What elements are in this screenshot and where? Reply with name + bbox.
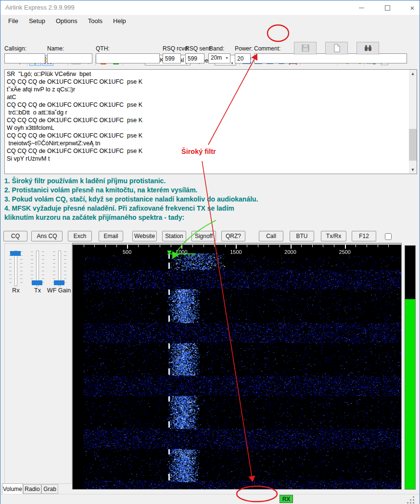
rx-line: tneiotwŞ~t©ČóNirt;erpnwtZ:veĄ tn [7, 140, 415, 148]
tx-slider-label: Tx [30, 287, 45, 294]
maximize-icon [385, 5, 390, 11]
rx-line: SR "Lgó; o□Pîük VCe6rw bpet [7, 71, 415, 78]
rx-line: CQ CQ CQ de OK1UFC OK1UFC OK1UFC pse K [7, 132, 415, 140]
find-callsign-button[interactable] [356, 42, 379, 54]
tab-grab[interactable]: Grab [41, 484, 58, 494]
comment-input[interactable] [254, 53, 407, 63]
save-qso-button[interactable] [294, 42, 317, 54]
binoculars-icon [364, 44, 372, 52]
scroll-up-icon[interactable]: ▲ [409, 70, 417, 77]
app-window: Airlink Express 2.9.9.999 × File Setup O… [0, 0, 420, 504]
save-icon [301, 44, 310, 52]
rx-line: trć□bDtt o att□tia˘dg r [7, 109, 415, 117]
level-meter-fill [405, 299, 415, 489]
menu-help[interactable]: Help [108, 15, 131, 27]
rx-scrollbar[interactable]: ▲ ▼ [409, 70, 417, 174]
minimize-button[interactable] [353, 0, 370, 15]
rx-text-area[interactable]: SR "Lgó; o□Pîük VCe6rw bpet CQ CQ CQ de … [4, 69, 417, 174]
macro-txrx-button[interactable]: Tx/Rx [321, 231, 346, 241]
wide-filter-annotation: Široký filtr [181, 148, 216, 155]
rx-line: CQ CQ CQ de OK1UFC OK1UFC OK1UFC pse K [7, 101, 415, 109]
resize-grip[interactable] [407, 496, 415, 504]
level-meter [405, 245, 416, 490]
rx-scrollbar-thumb[interactable] [409, 129, 417, 161]
macro-station-button[interactable]: Station [162, 231, 186, 241]
wf-gain-slider-handle[interactable] [54, 280, 64, 285]
name-input[interactable] [47, 53, 92, 63]
menu-setup[interactable]: Setup [24, 15, 51, 27]
callsign-input[interactable] [4, 53, 45, 63]
macro-signoff-button[interactable]: Signoff [191, 231, 216, 241]
maximize-button[interactable] [379, 0, 396, 15]
wf-gain-slider-label: WF Gain [46, 287, 72, 294]
status-bar: Freq: 997 Hz Mode: MFSK16 Filter: None A… [0, 494, 420, 504]
instruction-line: 2. Protistanici volám přesně na kmitočtu… [4, 186, 198, 195]
toolbar: ♫ TX RX Mode: MFSK Normal▼ Speed: [0, 27, 420, 41]
instruction-line: kliknutím kurzoru na začátek přijímaného… [4, 214, 184, 223]
macro-qrz-button[interactable]: QRZ? [221, 231, 245, 241]
name-label: Name: [47, 45, 64, 52]
qth-input[interactable] [96, 53, 160, 63]
macro-cq-button[interactable]: CQ [3, 231, 27, 241]
rx-slider-handle[interactable] [10, 251, 21, 256]
menu-bar: File Setup Options Tools Help [0, 15, 420, 27]
instruction-line: 3. Pokud volám CQ, stačí, když se protis… [4, 195, 258, 204]
qso-panel: Callsign: Name: QTH: RSQ rcvd: RSQ sent:… [0, 41, 420, 69]
band-select[interactable]: 20m▼ [208, 53, 230, 63]
rx-line: Si vpY rUżnvM t [7, 155, 415, 163]
rx-line: atC [7, 94, 415, 101]
macro-website-button[interactable]: Website [132, 231, 157, 241]
macro-btu-button[interactable]: BTU [290, 231, 314, 241]
mixer-panel: Rx Tx WF Gain [4, 243, 72, 484]
minimize-icon [359, 8, 364, 8]
window-title: Airlink Express 2.9.9.999 [5, 0, 75, 15]
rx-line: t˘xÄe afqi nvP lo z qCs□)r [7, 86, 415, 94]
band-label: Band: [209, 45, 224, 52]
rsq-sent-label: RSQ sent: [185, 45, 212, 52]
close-button[interactable]: × [404, 0, 420, 15]
close-icon: × [410, 4, 415, 12]
rx-status-badge: RX [280, 495, 293, 503]
menu-tools[interactable]: Tools [83, 15, 108, 27]
rx-line: CQ CQ CQ de OK1UFC OK1UFC OK1UFC pse K [7, 117, 415, 125]
macro-call-button[interactable]: Call [259, 231, 283, 241]
title-bar: Airlink Express 2.9.9.999 × [0, 0, 420, 15]
waterfall-display[interactable] [73, 243, 401, 489]
instruction-line: 1. Široký filtr používám k ladění příjmu… [4, 177, 165, 186]
rx-slider[interactable] [14, 251, 17, 286]
qth-label: QTH: [96, 45, 110, 52]
macro-email-button[interactable]: Email [99, 231, 123, 241]
menu-options[interactable]: Options [51, 15, 83, 27]
power-input[interactable] [235, 53, 251, 63]
scroll-down-icon[interactable]: ▼ [409, 166, 417, 174]
rsq-sent-input[interactable] [185, 53, 204, 63]
rsq-rcvd-input[interactable] [163, 53, 181, 63]
rx-line: W oyh x3ttifclomL [7, 125, 415, 132]
callsign-label: Callsign: [4, 45, 26, 52]
tab-volume[interactable]: Volume [2, 483, 23, 494]
macro-exch-button[interactable]: Exch [68, 231, 92, 241]
tx-slider-handle[interactable] [32, 280, 42, 285]
instruction-line: 4. MFSK vyžaduje přesné naladění. Při za… [4, 204, 234, 214]
waterfall-frame [72, 243, 402, 490]
rx-line: CQ CQ CQ de OK1UFC OK1UFC OK1UFC pse K [7, 78, 415, 86]
power-label: Power: [235, 45, 253, 52]
chevron-down-icon: ▼ [225, 56, 229, 60]
tab-radio[interactable]: Radio [23, 484, 41, 494]
macro-option-checkbox[interactable] [385, 233, 392, 240]
menu-file[interactable]: File [3, 15, 24, 27]
macro-f12-button[interactable]: F12 [352, 231, 376, 241]
new-file-icon [332, 44, 341, 52]
rx-slider-label: Rx [9, 287, 23, 294]
new-qso-button[interactable] [325, 42, 348, 54]
macro-anscq-button[interactable]: Ans CQ [31, 231, 63, 241]
comment-label: Comment: [254, 45, 280, 52]
